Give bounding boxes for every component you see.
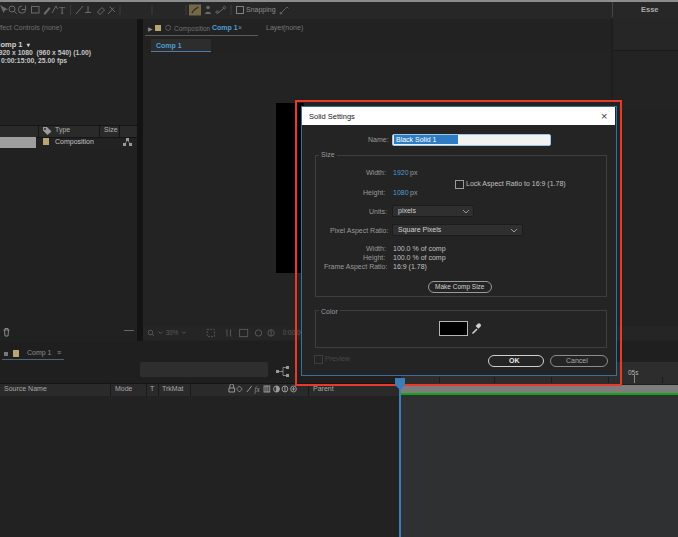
svg-text:30%: 30% [166, 329, 179, 336]
svg-text:fx: fx [255, 385, 261, 394]
svg-text:T: T [59, 5, 65, 16]
